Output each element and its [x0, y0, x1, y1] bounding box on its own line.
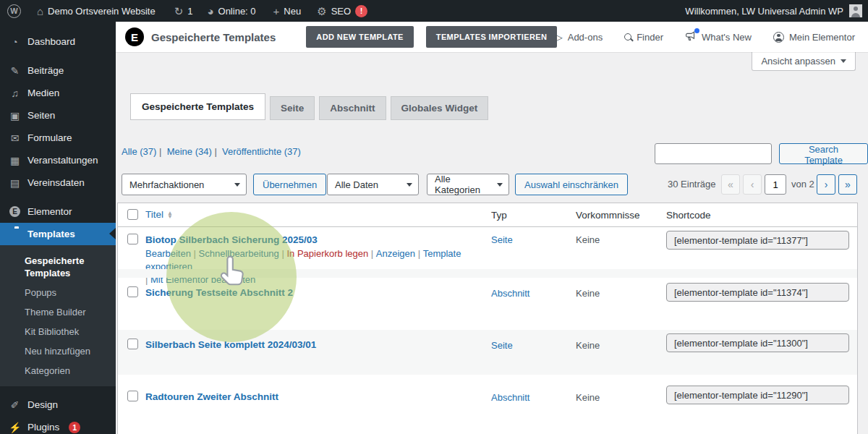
search-input[interactable]	[655, 143, 772, 164]
whats-new-link[interactable]: What's New	[685, 31, 752, 43]
shortcode-input[interactable]	[666, 283, 849, 302]
sidebar-item-media[interactable]: ♫ Medien	[0, 82, 116, 104]
site-name-link[interactable]: ⌂ Demo Ortsverein Website	[33, 0, 160, 22]
seo-alert-badge: !	[355, 5, 367, 17]
pin-icon: ✎	[9, 66, 21, 76]
finder-label: Finder	[637, 32, 663, 43]
bulk-actions-select[interactable]: Mehrfachaktionen	[122, 174, 247, 195]
sidebar-item-dashboard[interactable]: ◔ Dashboard	[0, 30, 116, 53]
select-all-checkbox[interactable]	[127, 209, 138, 220]
media-icon: ♫	[9, 88, 21, 98]
submenu-popups[interactable]: Popups	[0, 283, 116, 302]
tab-global-widget[interactable]: Globales Widget	[391, 96, 489, 120]
account-menu[interactable]: Willkommen, LW Universal Admin WP	[685, 0, 862, 22]
row-checkbox[interactable]	[127, 339, 138, 349]
wordpress-menu[interactable]: W	[0, 0, 25, 22]
submenu-saved-templates[interactable]: Gespeicherte Templates	[0, 251, 116, 283]
sidebar-label: Design	[27, 399, 58, 410]
template-title-link[interactable]: Radtouren Zweiter Abschnitt	[145, 391, 278, 402]
shortcode-input[interactable]	[666, 386, 849, 404]
my-elementor-link[interactable]: Mein Elementor	[773, 32, 855, 43]
sidebar-item-pages[interactable]: ▣ Seiten	[0, 104, 116, 127]
pagination-last-button[interactable]: »	[838, 174, 857, 195]
id-card-icon: ▤	[9, 178, 21, 188]
sidebar-item-club-data[interactable]: ▤ Vereinsdaten	[0, 171, 116, 194]
shortcode-input[interactable]	[666, 333, 849, 352]
sidebar-item-elementor[interactable]: E Elementor	[0, 200, 116, 223]
submenu-add-new[interactable]: Neu hinzufügen	[0, 341, 116, 361]
elementor-icon: E	[9, 206, 21, 217]
my-elementor-label: Mein Elementor	[789, 32, 855, 43]
template-type-link[interactable]: Abschnitt	[491, 392, 529, 403]
template-type-link[interactable]: Seite	[491, 234, 513, 245]
online-users-link[interactable]: ◕ Online: 0	[203, 0, 260, 22]
action-quick-edit[interactable]: Schnellbearbeitung	[194, 248, 279, 259]
filter-mine[interactable]: Meine (34)	[167, 146, 222, 157]
search-icon	[624, 33, 631, 41]
filter-all[interactable]: Alle (37)	[122, 146, 167, 157]
tab-saved-templates[interactable]: Gespeicherte Templates	[130, 93, 265, 120]
occurrences-value: Keine	[576, 288, 600, 299]
template-title-link[interactable]: Biotop Silberbach Sicherung 2025/03	[145, 234, 318, 245]
sidebar-label: Formulare	[27, 132, 72, 143]
template-type-link[interactable]: Seite	[491, 340, 513, 351]
sidebar-item-events[interactable]: ▦ Veranstaltungen	[0, 149, 116, 171]
search-template-button[interactable]: Search Template	[779, 143, 868, 164]
calendar-icon: ▦	[9, 156, 21, 166]
category-filter-select[interactable]: Alle Kategorien	[427, 174, 509, 195]
sidebar-item-forms[interactable]: ✉ Formulare	[0, 127, 116, 149]
pagination-next-button[interactable]: ›	[817, 174, 835, 195]
row-checkbox[interactable]	[127, 391, 138, 401]
new-label: Neu	[284, 6, 301, 17]
action-trash[interactable]: In Papierkorb legen	[281, 248, 368, 259]
finder-link[interactable]: Finder	[624, 32, 663, 43]
sidebar-item-templates[interactable]: Templates	[0, 223, 116, 245]
plus-icon: +	[273, 6, 280, 17]
updates-link[interactable]: ↻ 1	[170, 0, 197, 22]
bulk-actions-value: Mehrfachaktionen	[129, 179, 204, 190]
add-new-template-button[interactable]: ADD NEW TEMPLATE	[306, 26, 413, 48]
addons-link[interactable]: ▷ Add-ons	[556, 32, 603, 43]
new-content-menu[interactable]: + Neu	[269, 0, 306, 22]
tab-section[interactable]: Abschnitt	[319, 96, 386, 120]
dates-filter-value: Alle Daten	[335, 179, 378, 190]
screen-options-button[interactable]: Ansicht anpassen	[752, 52, 856, 71]
restrict-selection-button[interactable]: Auswahl einschränken	[515, 174, 628, 195]
pagination-first-button[interactable]: «	[721, 174, 740, 195]
column-type: Typ	[491, 210, 507, 221]
apply-button[interactable]: Übernehmen	[253, 174, 326, 195]
dates-filter-select[interactable]: Alle Daten	[327, 174, 419, 195]
templates-table: Titel ▲▼ Typ Vorkommnisse Shortcode Biot…	[117, 203, 858, 434]
pagination-prev-button[interactable]: ‹	[743, 174, 762, 195]
greeting-text: Willkommen, LW Universal Admin WP	[685, 6, 843, 17]
sidebar-item-plugins[interactable]: ⚡ Plugins 1	[0, 416, 116, 434]
action-view[interactable]: Anzeigen	[371, 248, 415, 259]
template-title-link[interactable]: Silberbach Seite komplett 2024/03/01	[145, 339, 316, 350]
row-checkbox[interactable]	[127, 286, 138, 297]
template-title-link[interactable]: Sicherung Testseite Abschnitt 2	[145, 287, 293, 298]
submenu-categories[interactable]: Kategorien	[0, 361, 116, 380]
user-icon	[773, 32, 784, 43]
submenu-theme-builder[interactable]: Theme Builder	[0, 302, 116, 322]
row-checkbox[interactable]	[127, 234, 138, 244]
screen-options-label: Ansicht anpassen	[761, 56, 835, 67]
avatar	[849, 4, 862, 17]
sidebar-item-appearance[interactable]: ✐ Design	[0, 393, 116, 416]
seo-menu[interactable]: ⚙ SEO !	[312, 0, 372, 22]
shortcode-input[interactable]	[666, 231, 849, 250]
plugins-update-badge: 1	[69, 422, 80, 433]
row-stripe	[118, 269, 857, 278]
megaphone-icon	[685, 31, 697, 43]
submenu-kit-library[interactable]: Kit Bibliothek	[0, 322, 116, 341]
import-templates-button[interactable]: TEMPLATES IMPORTIEREN	[426, 26, 558, 48]
filter-published[interactable]: Veröffentlichte (37)	[222, 146, 301, 157]
current-page-input[interactable]	[765, 174, 786, 195]
envelope-icon: ✉	[9, 133, 21, 143]
template-type-link[interactable]: Abschnitt	[491, 288, 529, 299]
sidebar-item-posts[interactable]: ✎ Beiträge	[0, 59, 116, 82]
sidebar-label: Elementor	[27, 206, 72, 217]
column-title-sortable[interactable]: Titel ▲▼	[145, 209, 173, 220]
action-edit[interactable]: Bearbeiten	[145, 248, 191, 259]
tab-page[interactable]: Seite	[270, 96, 315, 120]
table-header: Titel ▲▼ Typ Vorkommnisse Shortcode	[118, 203, 857, 227]
